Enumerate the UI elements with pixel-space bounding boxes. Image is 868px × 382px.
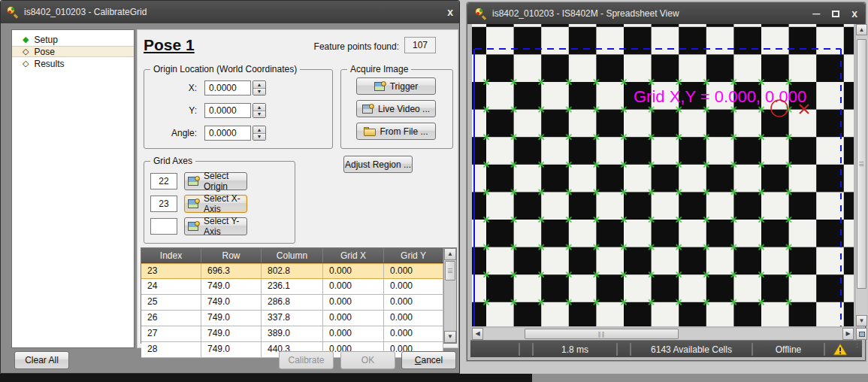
column-header[interactable]: Grid X (323, 248, 384, 262)
scrollbar-thumb[interactable]: ☰ (445, 261, 455, 280)
button-label: Select Origin (204, 171, 246, 192)
feature-points-label: Feature points found: (301, 41, 399, 52)
cell-index: 28 (141, 342, 201, 357)
spin-up-icon[interactable]: ▲ (253, 81, 265, 89)
app-icon (475, 8, 487, 20)
y-axis-cell-field[interactable] (150, 218, 177, 235)
taskbar-strip (0, 374, 532, 382)
table-row[interactable]: 25 749.0 286.8 0.000 0.000 (141, 295, 443, 311)
column-header[interactable]: Row (201, 248, 262, 262)
vertical-scrollbar[interactable]: ▲ ☰ ▼ (856, 24, 867, 326)
cell-column: 236.1 (262, 279, 323, 294)
horizontal-scrollbar[interactable]: ◀ ∥∥ ▶ (472, 328, 854, 340)
tree-item-results[interactable]: ◇ Results (12, 58, 134, 69)
origin-cell-field[interactable]: 22 (150, 173, 177, 189)
cell-column: 802.8 (262, 264, 323, 278)
column-header[interactable]: Column (262, 248, 323, 262)
cell-grid-y: 0.000 (384, 311, 443, 326)
table-scrollbar[interactable]: ▲ ☰ ▼ (443, 248, 456, 343)
filled-diamond-icon: ◆ (23, 35, 29, 44)
calibrate-button[interactable]: Calibrate (279, 351, 334, 369)
select-y-axis-button[interactable]: Select Y-Axis (184, 217, 247, 235)
cell-column: 337.8 (262, 311, 323, 326)
tree-item-pose[interactable]: ◇ Pose (12, 46, 134, 57)
warning-icon (833, 343, 848, 356)
tree-item-setup[interactable]: ◆ Setup (12, 34, 134, 45)
window-titlebar[interactable]: is8402_010203 - IS8402M - Spreadsheet Vi… (467, 3, 865, 24)
spin-down-icon[interactable]: ▼ (253, 111, 265, 118)
y-spinner[interactable]: ▲▼ (253, 103, 266, 118)
button-label: Clear All (25, 355, 59, 365)
select-x-axis-button[interactable]: Select X-Axis (184, 195, 247, 213)
clear-all-button[interactable]: Clear All (14, 351, 69, 369)
status-warning-segment[interactable] (826, 343, 854, 356)
x-spinner[interactable]: ▲▼ (253, 80, 266, 96)
cell-row: 749.0 (201, 342, 262, 357)
maximize-icon[interactable] (832, 11, 839, 17)
view-toggle-button[interactable] (856, 328, 867, 340)
feature-point-table: Index Row Column Grid X Grid Y 23 696.3 … (141, 247, 457, 344)
scrollbar-thumb[interactable]: ☰ (857, 39, 866, 289)
table-row[interactable]: 24 749.0 236.1 0.000 0.000 (141, 279, 443, 295)
table-row[interactable]: 26 749.0 337.8 0.000 0.000 (141, 311, 443, 326)
angle-input[interactable]: 0.0000 (204, 126, 251, 141)
minimize-icon[interactable]: — (812, 10, 820, 18)
feature-point-markers (479, 75, 798, 310)
angle-label: Angle: (152, 128, 197, 138)
table-row[interactable]: 27 749.0 389.0 0.000 0.000 (141, 326, 443, 342)
spin-down-icon[interactable]: ▼ (253, 89, 265, 96)
y-label: Y: (152, 105, 197, 116)
table-header-row: Index Row Column Grid X Grid Y (141, 248, 443, 263)
resize-grip[interactable]: ⋮⋮ (854, 344, 862, 357)
ok-button[interactable]: OK (340, 351, 395, 369)
pose-panel: Pose 1 Feature points found: 107 Origin … (137, 29, 458, 348)
grid-axes-group: Grid Axes 22 Select Origin 23 Select X-A… (144, 161, 295, 244)
cell-row: 749.0 (201, 295, 262, 310)
scroll-down-icon[interactable]: ▼ (444, 331, 456, 343)
calibrate-grid-dialog: is8402_010203 - CalibrateGrid x ◆ Setup … (0, 0, 460, 374)
dialog-titlebar[interactable]: is8402_010203 - CalibrateGrid x (1, 1, 459, 23)
button-label: Live Video ... (378, 104, 430, 114)
connection-status: Offline (754, 344, 823, 355)
cell-index: 26 (141, 311, 201, 326)
window-title: is8402_010203 - IS8402M - Spreadsheet Vi… (492, 8, 679, 19)
scroll-down-icon[interactable]: ▼ (856, 315, 867, 326)
angle-spinner[interactable]: ▲▼ (253, 126, 266, 141)
scroll-up-icon[interactable]: ▲ (856, 24, 867, 35)
scroll-right-icon[interactable]: ▶ (842, 328, 854, 340)
scroll-up-icon[interactable]: ▲ (444, 248, 456, 260)
from-file-icon (364, 127, 376, 136)
trigger-button[interactable]: Trigger (356, 77, 436, 95)
spin-down-icon[interactable]: ▼ (253, 134, 265, 141)
spin-up-icon[interactable]: ▲ (253, 104, 265, 111)
status-empty-segment (521, 349, 531, 350)
from-file-button[interactable]: From File ... (356, 123, 436, 140)
cancel-button[interactable]: Cancel (401, 351, 456, 369)
close-icon[interactable]: x (447, 6, 453, 18)
cell-index: 27 (141, 326, 201, 341)
select-icon (188, 199, 200, 209)
x-input[interactable]: 0.0000 (204, 80, 251, 96)
column-header[interactable]: Index (141, 248, 201, 262)
adjust-region-button[interactable]: Adjust Region ... (343, 156, 413, 173)
spin-up-icon[interactable]: ▲ (253, 126, 265, 134)
tree-item-label: Setup (34, 35, 57, 45)
status-empty-segment (618, 349, 629, 350)
cell-grid-x: 0.000 (323, 295, 384, 310)
group-title: Grid Axes (150, 156, 195, 166)
scrollbar-thumb[interactable]: ∥∥ (525, 329, 679, 339)
cell-grid-y: 0.000 (384, 295, 443, 310)
x-axis-cell-field[interactable]: 23 (150, 196, 177, 212)
table-row[interactable]: 23 696.3 802.8 0.000 0.000 (141, 263, 443, 279)
y-input[interactable]: 0.0000 (204, 103, 251, 118)
group-title: Acquire Image (347, 64, 411, 74)
scroll-left-icon[interactable]: ◀ (472, 328, 483, 340)
select-origin-button[interactable]: Select Origin (184, 172, 247, 190)
cell-grid-y: 0.000 (384, 279, 443, 294)
close-icon[interactable]: x (851, 8, 857, 20)
available-cells: 6143 Available Cells (632, 344, 751, 355)
column-header[interactable]: Grid Y (384, 248, 443, 262)
calibration-image[interactable]: Grid X,Y = 0.000, 0.000 (472, 24, 854, 326)
status-message-segment (470, 349, 518, 350)
live-video-button[interactable]: Live Video ... (356, 100, 436, 117)
